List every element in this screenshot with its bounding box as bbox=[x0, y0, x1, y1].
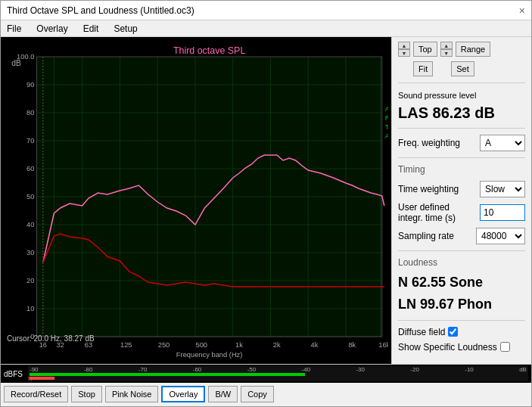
svg-text:250: 250 bbox=[158, 341, 170, 349]
divider-2 bbox=[398, 128, 525, 129]
tick-50: -50 bbox=[247, 366, 257, 373]
level-meter: dBFS -90 -80 -70 -60 -50 -40 -30 -20 -10… bbox=[1, 365, 531, 383]
time-weighting-label: Time weighting bbox=[398, 184, 459, 194]
record-reset-button[interactable]: Record/Reset bbox=[4, 386, 68, 402]
loudness-ln: LN 99.67 Phon bbox=[398, 296, 525, 313]
right-panel: ▲ ▼ Top ▲ ▼ Range Fit Set Sound pressure… bbox=[391, 37, 531, 364]
pink-noise-button[interactable]: Pink Noise bbox=[105, 386, 159, 402]
fit-set-row: Fit Set bbox=[398, 61, 525, 76]
bottom-area: dBFS -90 -80 -70 -60 -50 -40 -30 -20 -10… bbox=[1, 364, 531, 406]
svg-text:60: 60 bbox=[26, 165, 34, 172]
main-window: Third Octave SPL and Loudness (Untitled.… bbox=[0, 0, 532, 407]
close-button[interactable]: × bbox=[519, 5, 525, 17]
fit-button[interactable]: Fit bbox=[413, 61, 433, 76]
svg-text:500: 500 bbox=[195, 341, 207, 349]
tick-90: -90 bbox=[30, 366, 39, 373]
time-weighting-select[interactable]: Slow Fast Impulse bbox=[480, 181, 525, 197]
chart-container: 100.0 90 80 70 60 50 40 30 20 10 0 dB bbox=[1, 37, 391, 364]
timing-section-label: Timing bbox=[398, 164, 525, 175]
loudness-n: N 62.55 Sone bbox=[398, 274, 525, 291]
window-title: Third Octave SPL and Loudness (Untitled.… bbox=[7, 5, 194, 16]
svg-text:20: 20 bbox=[26, 277, 34, 284]
svg-text:10: 10 bbox=[26, 305, 34, 312]
show-specific-loudness-label: Show Specific Loudness bbox=[398, 342, 497, 353]
user-integr-label: User definedintegr. time (s) bbox=[398, 202, 456, 223]
meter-scale: -90 -80 -70 -60 -50 -40 -30 -20 -10 dB R bbox=[28, 366, 528, 381]
freq-weighting-row: Freq. weighting A B C Z bbox=[398, 135, 525, 151]
tick-60: -60 bbox=[193, 366, 202, 373]
title-bar: Third Octave SPL and Loudness (Untitled.… bbox=[1, 1, 531, 20]
divider-1 bbox=[398, 82, 525, 83]
bw-button[interactable]: B/W bbox=[208, 386, 238, 402]
overlay-button[interactable]: Overlay bbox=[161, 386, 205, 402]
top-up-btn[interactable]: ▲ bbox=[398, 42, 410, 49]
svg-text:80: 80 bbox=[26, 109, 34, 117]
user-integr-row: User definedintegr. time (s) 10 bbox=[398, 202, 525, 223]
tick-30: -30 bbox=[356, 366, 365, 373]
top-down-btn[interactable]: ▼ bbox=[398, 49, 410, 57]
top-spinner[interactable]: ▲ ▼ bbox=[398, 42, 410, 57]
svg-text:dB: dB bbox=[11, 59, 21, 67]
show-specific-loudness-checkbox[interactable] bbox=[500, 342, 510, 352]
svg-text:125: 125 bbox=[120, 341, 132, 349]
buttons-row: Record/Reset Stop Pink Noise Overlay B/W… bbox=[1, 383, 531, 405]
tick-40: -40 bbox=[302, 366, 311, 373]
spl-value: LAS 86.23 dB bbox=[398, 104, 525, 122]
svg-text:1k: 1k bbox=[235, 341, 243, 349]
svg-text:70: 70 bbox=[26, 137, 34, 144]
menu-bar: File Overlay Edit Setup bbox=[1, 20, 531, 37]
svg-text:30: 30 bbox=[26, 249, 34, 256]
tick-80: -80 bbox=[84, 366, 93, 373]
divider-3 bbox=[398, 157, 525, 158]
content-area: 100.0 90 80 70 60 50 40 30 20 10 0 dB bbox=[1, 37, 531, 364]
freq-weighting-label: Freq. weighting bbox=[398, 138, 460, 148]
svg-text:90: 90 bbox=[26, 81, 34, 89]
r-label: R bbox=[28, 375, 33, 382]
tick-20: -20 bbox=[410, 366, 419, 373]
tick-70: -70 bbox=[138, 366, 148, 373]
sampling-rate-select[interactable]: 44100 48000 96000 bbox=[476, 228, 525, 244]
diffuse-field-checkbox[interactable] bbox=[448, 327, 458, 337]
diffuse-field-row: Diffuse field bbox=[398, 327, 525, 337]
spl-section-label: Sound pressure level bbox=[398, 91, 525, 100]
svg-text:A: A bbox=[385, 105, 388, 113]
dbfs-label: dBFS bbox=[4, 370, 25, 378]
divider-4 bbox=[398, 250, 525, 251]
show-specific-loudness-row: Show Specific Loudness bbox=[398, 342, 525, 353]
range-up-btn[interactable]: ▲ bbox=[440, 42, 453, 49]
svg-text:R: R bbox=[385, 114, 388, 122]
cursor-info: Cursor: 20.0 Hz, 38.27 dB bbox=[7, 334, 95, 343]
set-button[interactable]: Set bbox=[451, 61, 474, 76]
svg-text:Frequency band (Hz): Frequency band (Hz) bbox=[176, 351, 243, 359]
menu-file[interactable]: File bbox=[4, 23, 24, 35]
svg-text:16k: 16k bbox=[378, 341, 388, 349]
meter-bar-l bbox=[30, 373, 305, 376]
user-integr-input[interactable]: 10 bbox=[480, 204, 525, 221]
diffuse-field-label: Diffuse field bbox=[398, 327, 445, 337]
loudness-section-label: Loudness bbox=[398, 257, 525, 268]
svg-text:4k: 4k bbox=[311, 341, 319, 349]
stop-button[interactable]: Stop bbox=[71, 386, 102, 402]
divider-5 bbox=[398, 320, 525, 321]
sampling-rate-label: Sampling rate bbox=[398, 231, 454, 241]
copy-button[interactable]: Copy bbox=[241, 386, 274, 402]
menu-overlay[interactable]: Overlay bbox=[33, 23, 70, 35]
range-button[interactable]: Range bbox=[456, 42, 490, 57]
svg-text:A: A bbox=[385, 132, 388, 140]
menu-setup[interactable]: Setup bbox=[110, 23, 140, 35]
freq-weighting-select[interactable]: A B C Z bbox=[480, 135, 525, 151]
svg-text:T: T bbox=[385, 123, 388, 131]
svg-text:40: 40 bbox=[26, 221, 34, 228]
menu-edit[interactable]: Edit bbox=[80, 23, 102, 35]
meter-bar-r bbox=[30, 377, 54, 380]
range-down-btn[interactable]: ▼ bbox=[440, 49, 453, 57]
sampling-rate-row: Sampling rate 44100 48000 96000 bbox=[398, 228, 525, 244]
time-weighting-row: Time weighting Slow Fast Impulse bbox=[398, 181, 525, 197]
svg-text:2k: 2k bbox=[273, 341, 281, 349]
top-controls-row: ▲ ▼ Top ▲ ▼ Range bbox=[398, 42, 525, 57]
range-spinner[interactable]: ▲ ▼ bbox=[440, 42, 453, 57]
chart-svg: 100.0 90 80 70 60 50 40 30 20 10 0 dB bbox=[4, 43, 388, 361]
svg-text:8k: 8k bbox=[348, 341, 356, 349]
tick-10: -10 bbox=[465, 366, 474, 373]
top-button[interactable]: Top bbox=[413, 42, 437, 57]
